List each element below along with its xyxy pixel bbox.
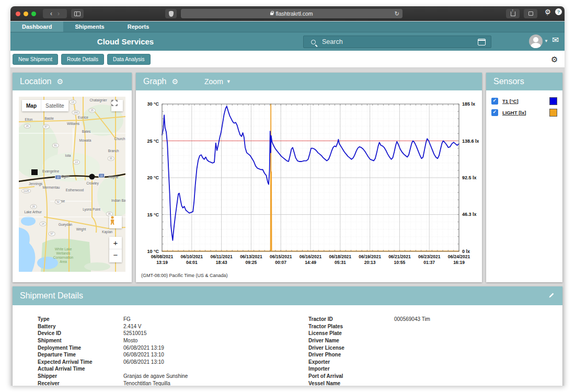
- search-input[interactable]: [322, 38, 478, 45]
- route-shield: 14: [40, 222, 47, 226]
- user-avatar[interactable]: [529, 34, 543, 48]
- shipment-details-panel: Shipment Details Type FG Battery 2.414 V…: [13, 286, 562, 386]
- map-fullscreen-button[interactable]: [111, 100, 123, 111]
- toolbar-button-label: New Shipment: [18, 56, 52, 62]
- toolbar-button[interactable]: New Shipment: [13, 54, 58, 65]
- calendar-icon[interactable]: [478, 39, 486, 45]
- avatar-caret-icon[interactable]: ▼: [544, 39, 548, 43]
- app-navbar: DashboardShipmentsReports: [10, 21, 565, 32]
- interstate-shield: 10: [98, 174, 105, 178]
- field-label: Driver Name: [308, 338, 394, 343]
- shipment-panel-header: Shipment Details: [13, 286, 562, 305]
- share-button[interactable]: [506, 9, 520, 18]
- dashboard-gear-icon[interactable]: ⚙: [551, 55, 558, 64]
- location-panel-header: Location ⚙: [13, 73, 132, 90]
- sensor-label-link[interactable]: T1 [°C]: [502, 98, 549, 104]
- help-button[interactable]: ?: [555, 6, 562, 17]
- svg-text:00:07: 00:07: [275, 260, 286, 265]
- settings-gear-icon[interactable]: ⚙: [545, 6, 551, 17]
- map-town-label: Williams: [67, 122, 79, 125]
- maximize-window-button[interactable]: [31, 11, 36, 16]
- nav-tab[interactable]: Dashboard: [10, 21, 63, 32]
- svg-text:09:25: 09:25: [246, 260, 257, 265]
- location-gear-icon[interactable]: ⚙: [57, 77, 64, 86]
- svg-text:10 °C: 10 °C: [147, 249, 159, 254]
- map-town-label: Wright: [76, 227, 86, 231]
- graph-gear-icon[interactable]: ⚙: [171, 77, 178, 86]
- page-title: Cloud Services: [89, 37, 162, 46]
- nav-tab[interactable]: Shipments: [63, 21, 116, 32]
- map-zoom-in-button[interactable]: +: [109, 237, 122, 249]
- close-window-button[interactable]: [16, 11, 20, 16]
- svg-text:138.6 lx: 138.6 lx: [462, 139, 479, 144]
- map-town-label: Estherwood: [66, 188, 84, 192]
- map-town-label: Chataignier: [89, 98, 107, 102]
- minimize-window-button[interactable]: [24, 11, 28, 16]
- route-shield: 13: [70, 100, 76, 105]
- shipment-field-row: Exporter: [308, 359, 559, 366]
- route-shield: 97: [43, 124, 50, 129]
- map-town-label: Evangeline: [42, 169, 59, 173]
- map-type-satellite-button[interactable]: Satellite: [41, 100, 68, 111]
- nav-tab[interactable]: Reports: [116, 21, 161, 32]
- map-zoom-out-button[interactable]: −: [109, 249, 122, 262]
- shipment-title: Shipment Details: [20, 291, 83, 301]
- svg-text:30 °C: 30 °C: [147, 101, 159, 107]
- conservation-area-line: White Lake: [46, 247, 80, 251]
- svg-text:92.5 lx: 92.5 lx: [462, 175, 477, 180]
- toolbar-button-label: Data Analysis: [113, 56, 145, 62]
- svg-text:20:13: 20:13: [364, 260, 376, 265]
- sensor-chart[interactable]: 30 °C25 °C20 °C15 °C10 °C185 lx138.6 lx9…: [139, 97, 479, 274]
- pegman-control[interactable]: [109, 216, 122, 228]
- sensor-checkbox[interactable]: [491, 98, 498, 105]
- route-shield: 91: [52, 143, 59, 148]
- sidebar-button[interactable]: [71, 9, 84, 18]
- mail-icon[interactable]: ✉: [552, 35, 559, 45]
- map[interactable]: ChataignierEuniceEltonBasileWilliamsBate…: [19, 97, 125, 272]
- reload-icon[interactable]: ↻: [395, 9, 399, 18]
- privacy-shield-button[interactable]: [165, 9, 177, 18]
- graph-panel-body: 30 °C25 °C20 °C15 °C10 °C185 lx138.6 lx9…: [136, 90, 482, 282]
- field-value: 52510015: [123, 330, 147, 336]
- toolbar-button[interactable]: Route Details: [61, 54, 104, 65]
- field-value: 000569043 Tim: [394, 316, 430, 322]
- nav-tab-label: Reports: [128, 24, 150, 30]
- graph-panel-header: Graph ⚙ Zoom ▼: [136, 73, 482, 90]
- field-label: Vessel Name: [308, 381, 394, 386]
- map-town-label: Rayne: [109, 175, 119, 179]
- svg-text:06/16/2021: 06/16/2021: [300, 254, 322, 259]
- route-position-marker: [89, 174, 95, 180]
- forward-icon[interactable]: ›: [58, 10, 60, 17]
- map-town-label: Eunice: [78, 116, 88, 119]
- address-bar[interactable]: flashtrakrtl.com ↻: [181, 9, 402, 18]
- sensor-label-link[interactable]: LIGHT [lx]: [502, 110, 549, 116]
- svg-text:06/11/2021: 06/11/2021: [211, 254, 233, 259]
- chevron-down-icon: ▼: [226, 79, 231, 84]
- back-icon[interactable]: ‹: [50, 10, 52, 17]
- map-town-label: Egan: [61, 175, 69, 178]
- svg-text:13:19: 13:19: [156, 260, 168, 265]
- toolbar-button-label: Route Details: [67, 56, 98, 62]
- sensors-panel: Sensors T1 [°C] LIGHT [lx]: [486, 73, 562, 282]
- toolbar-button[interactable]: Data Analysis: [107, 54, 151, 65]
- svg-text:14:49: 14:49: [305, 260, 316, 265]
- svg-text:20 °C: 20 °C: [147, 175, 159, 180]
- field-label: Exporter: [308, 359, 394, 365]
- sensor-color-swatch: [549, 97, 557, 105]
- map-type-map-button[interactable]: Map: [22, 100, 41, 111]
- route-shield: 26: [24, 124, 31, 129]
- conservation-area-line: Wetlands: [46, 251, 80, 256]
- zoom-dropdown[interactable]: Zoom ▼: [204, 77, 231, 86]
- sensor-checkbox[interactable]: [491, 109, 498, 116]
- field-label: Tractor Plates: [308, 324, 394, 329]
- tab-overview-button[interactable]: [524, 9, 537, 18]
- conservation-area-label: White LakeWetlandsConservationArea: [46, 247, 80, 264]
- shipment-field-row: Shipment Mosto: [38, 337, 289, 344]
- action-toolbar: New ShipmentRoute DetailsData Analysis ⚙: [10, 51, 565, 68]
- tabs-icon: [528, 11, 533, 16]
- app-header: Cloud Services ▼ ✉: [10, 32, 565, 51]
- svg-text:18:43: 18:43: [216, 260, 227, 265]
- edit-button[interactable]: [548, 292, 555, 301]
- shipment-field-row: Shipper Granjas de agave Sunshine: [38, 373, 289, 380]
- field-value: FG: [123, 316, 131, 322]
